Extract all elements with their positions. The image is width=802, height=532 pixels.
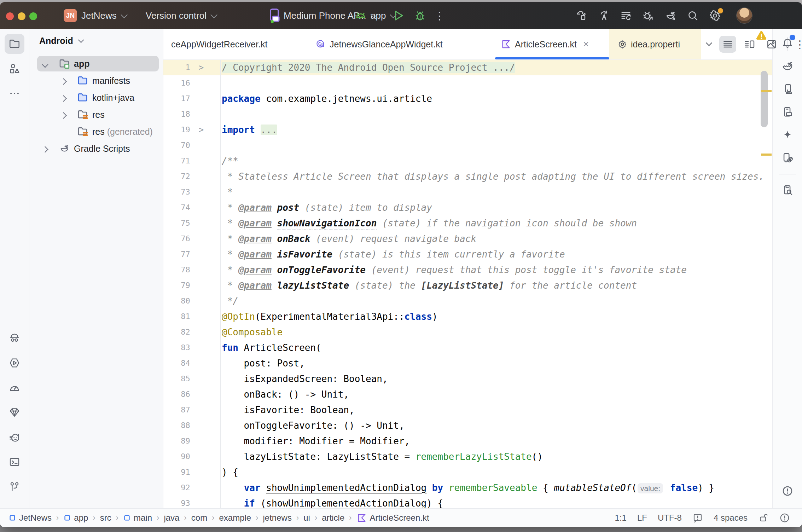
fold-chevron-icon[interactable]: > — [190, 122, 220, 138]
code-line-87[interactable]: 87 isFavorite: Boolean, — [163, 402, 772, 418]
tree-item-manifests[interactable]: manifests — [29, 72, 163, 89]
close-window-button[interactable] — [6, 12, 14, 20]
terminal-icon[interactable] — [5, 452, 24, 472]
breadcrumb-item-app[interactable]: app — [63, 513, 88, 523]
git-branch-icon[interactable] — [5, 477, 24, 497]
tree-item-gradle-scripts[interactable]: Gradle Scripts — [29, 140, 163, 157]
gemini-sparkle-icon[interactable] — [778, 125, 797, 145]
code-line-82[interactable]: 82@Composable — [163, 324, 772, 340]
app-quality-insights-icon[interactable] — [5, 328, 24, 348]
tree-item-res[interactable]: res (generated) — [29, 123, 163, 140]
project-widget[interactable]: JN JetNews — [64, 2, 126, 29]
code-line-79[interactable]: 79 * @param lazyListState (state) the [L… — [163, 278, 772, 293]
editor-view-button[interactable] — [719, 36, 736, 53]
profiler-icon[interactable] — [5, 378, 24, 398]
expand-chevron-icon[interactable] — [42, 61, 48, 68]
zoom-window-button[interactable] — [29, 12, 37, 20]
indent-setting[interactable]: 4 spaces — [714, 513, 748, 523]
more-run-options-button[interactable]: ⋮ — [434, 10, 445, 22]
editor-scrollbar[interactable] — [761, 71, 768, 127]
tree-item-res[interactable]: res — [29, 106, 163, 123]
gradle-sync-icon[interactable] — [664, 9, 677, 22]
resource-manager-icon[interactable] — [5, 59, 24, 79]
code-line-18[interactable]: 18 — [163, 106, 772, 122]
tab-articlescreen-kt[interactable]: ArticleScreen.kt× — [495, 29, 609, 59]
code-line-84[interactable]: 84 post: Post, — [163, 355, 772, 371]
device-explorer-icon[interactable] — [778, 180, 797, 200]
run-config-selector[interactable]: app — [354, 2, 395, 29]
tab-jetnewsglanceappwidget-kt[interactable]: JetnewsGlanceAppWidget.kt — [302, 29, 495, 59]
expand-chevron-icon[interactable] — [60, 112, 66, 118]
attach-debugger-icon[interactable] — [641, 9, 655, 22]
expand-chevron-icon[interactable] — [42, 146, 48, 152]
folder-icon[interactable] — [5, 34, 24, 54]
code-line-89[interactable]: 89 modifier: Modifier = Modifier, — [163, 433, 772, 449]
user-avatar[interactable] — [736, 7, 752, 24]
breadcrumb-item-main[interactable]: main — [123, 513, 152, 523]
code-line-71[interactable]: 71/** — [163, 153, 772, 169]
warning-stripe-mark[interactable] — [761, 90, 772, 92]
apply-changes-icon[interactable] — [597, 9, 610, 22]
code-line-74[interactable]: 74 * @param post (state) item to display — [163, 200, 772, 215]
device-mirror-icon[interactable] — [778, 148, 797, 168]
more-dots-icon[interactable] — [5, 83, 24, 103]
project-view-selector[interactable]: Android — [29, 29, 163, 52]
expand-chevron-icon[interactable] — [60, 95, 66, 102]
code-line-76[interactable]: 76 * @param onBack (event) request navig… — [163, 231, 772, 247]
search-icon[interactable] — [686, 9, 699, 22]
problems-icon[interactable] — [778, 481, 797, 501]
close-tab-icon[interactable]: × — [583, 39, 589, 50]
error-summary-icon[interactable] — [779, 513, 790, 523]
file-encoding[interactable]: UTF-8 — [658, 513, 682, 523]
inspections-widget-icon[interactable] — [692, 513, 703, 523]
running-devices-icon2[interactable] — [778, 102, 797, 122]
warning-stripe-mark[interactable] — [761, 154, 772, 156]
minimize-window-button[interactable] — [18, 12, 25, 20]
code-line-1[interactable]: 1>/ Copyright 2020 The Android Open Sour… — [163, 60, 772, 75]
logcat-icon[interactable] — [5, 427, 24, 447]
app-inspection-icon[interactable] — [5, 403, 24, 422]
code-line-85[interactable]: 85 isExpandedScreen: Boolean, — [163, 371, 772, 387]
build-hammer-icon[interactable] — [575, 9, 588, 22]
code-line-72[interactable]: 72 * Stateless Article Screen that displ… — [163, 169, 772, 184]
tree-item-kotlin-java[interactable]: kotlin+java — [29, 89, 163, 106]
code-line-90[interactable]: 90 lazyListState: LazyListState = rememb… — [163, 449, 772, 464]
inspection-warning-icon[interactable] — [755, 30, 767, 42]
code-line-92[interactable]: 92 var showUnimplementedActionDialog by … — [163, 480, 772, 496]
breadcrumb-item-article[interactable]: article — [322, 513, 344, 523]
tree-item-app[interactable]: app — [29, 55, 163, 72]
tab-list-chevron-icon[interactable] — [704, 39, 714, 50]
tab-idea-properti[interactable]: idea.properti — [609, 29, 701, 59]
code-line-83[interactable]: 83fun ArticleScreen( — [163, 340, 772, 355]
breadcrumb-item-src[interactable]: src — [100, 513, 111, 523]
run-button[interactable] — [390, 8, 406, 23]
code-line-81[interactable]: 81@OptIn(ExperimentalMaterial3Api::class… — [163, 309, 772, 324]
reload-lines-icon[interactable] — [619, 9, 633, 22]
tab-ceappwidgetreceiver-kt[interactable]: ceAppWidgetReceiver.kt — [163, 29, 302, 59]
code-line-80[interactable]: 80 */ — [163, 293, 772, 309]
debug-button[interactable] — [412, 8, 428, 23]
code-line-78[interactable]: 78 * @param onToggleFavorite (event) req… — [163, 262, 772, 278]
breadcrumb-item-jetnews[interactable]: jetnews — [263, 513, 292, 523]
caret-position[interactable]: 1:1 — [615, 513, 627, 523]
code-line-17[interactable]: 17package com.example.jetnews.ui.article — [163, 91, 772, 106]
breadcrumb-item-articlescreen-kt[interactable]: ArticleScreen.kt — [356, 513, 429, 523]
vcs-widget[interactable]: Version control — [146, 2, 216, 29]
line-ending[interactable]: LF — [637, 513, 647, 523]
code-editor[interactable]: 1>/ Copyright 2020 The Android Open Sour… — [163, 60, 772, 509]
code-line-19[interactable]: 19>import ... — [163, 122, 772, 138]
device-manager-icon[interactable] — [778, 79, 797, 99]
expand-chevron-icon[interactable] — [60, 78, 66, 85]
breadcrumb-item-java[interactable]: java — [164, 513, 179, 523]
unlock-icon[interactable] — [758, 513, 769, 523]
code-line-73[interactable]: 73 * — [163, 184, 772, 200]
code-line-88[interactable]: 88 onToggleFavorite: () -> Unit, — [163, 418, 772, 433]
code-line-91[interactable]: 91) { — [163, 464, 772, 480]
code-line-86[interactable]: 86 onBack: () -> Unit, — [163, 387, 772, 402]
fold-chevron-icon[interactable]: > — [190, 60, 220, 75]
breadcrumb-item-example[interactable]: example — [219, 513, 251, 523]
settings-gear-icon[interactable] — [708, 9, 722, 22]
code-line-16[interactable]: 16 — [163, 75, 772, 91]
breadcrumb-item-com[interactable]: com — [191, 513, 207, 523]
code-line-70[interactable]: 70 — [163, 138, 772, 153]
